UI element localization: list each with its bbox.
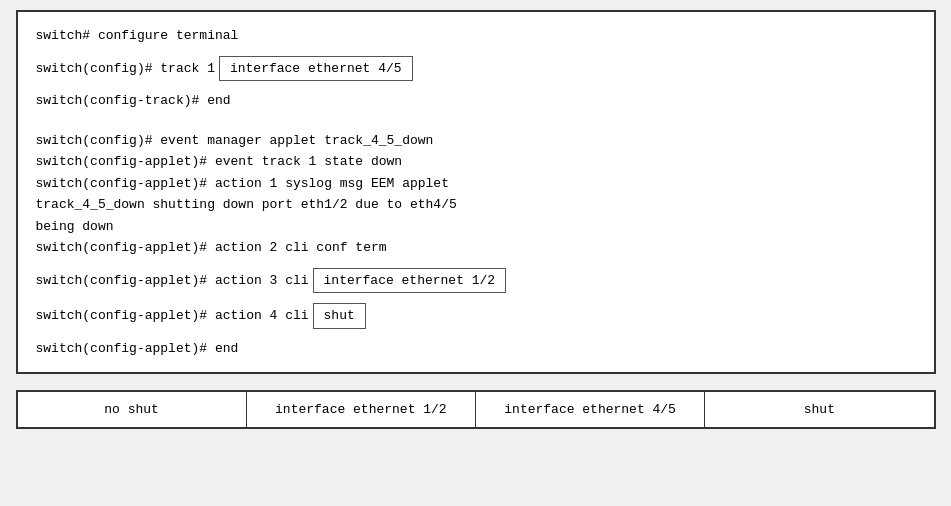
terminal-line-11: switch(config-applet)# action 4 cli shut [36, 303, 916, 329]
terminal-text: switch(config)# event manager applet tra… [36, 131, 434, 151]
terminal-text: switch(config-applet)# action 4 cli [36, 306, 309, 326]
terminal-line-5: switch(config-applet)# event track 1 sta… [36, 152, 916, 172]
btn-interface-ethernet-4-5[interactable]: interface ethernet 4/5 [476, 392, 705, 427]
terminal-text: switch# configure terminal [36, 26, 239, 46]
inline-box-ethernet-1-2[interactable]: interface ethernet 1/2 [313, 268, 507, 294]
terminal-panel: switch# configure terminal switch(config… [16, 10, 936, 374]
terminal-line-3: switch(config-track)# end [36, 91, 916, 111]
terminal-text: track_4_5_down shutting down port eth1/2… [36, 195, 457, 215]
terminal-line-9: switch(config-applet)# action 2 cli conf… [36, 238, 916, 258]
terminal-text: switch(config-applet)# end [36, 339, 239, 359]
terminal-line-8: being down [36, 217, 916, 237]
terminal-text: switch(config-applet)# action 3 cli [36, 271, 309, 291]
terminal-text: switch(config-applet)# action 1 syslog m… [36, 174, 449, 194]
terminal-line-10: switch(config-applet)# action 3 cli inte… [36, 268, 916, 294]
terminal-line-12: switch(config-applet)# end [36, 339, 916, 359]
btn-interface-ethernet-1-2[interactable]: interface ethernet 1/2 [247, 392, 476, 427]
terminal-text: switch(config-track)# end [36, 91, 231, 111]
terminal-text: switch(config-applet)# event track 1 sta… [36, 152, 403, 172]
terminal-line-1: switch# configure terminal [36, 26, 916, 46]
terminal-text: switch(config)# track 1 [36, 59, 215, 79]
btn-shut[interactable]: shut [705, 392, 933, 427]
terminal-line-6: switch(config-applet)# action 1 syslog m… [36, 174, 916, 194]
terminal-line-2: switch(config)# track 1 interface ethern… [36, 56, 916, 82]
terminal-line-7: track_4_5_down shutting down port eth1/2… [36, 195, 916, 215]
terminal-line-4: switch(config)# event manager applet tra… [36, 131, 916, 151]
btn-no-shut[interactable]: no shut [18, 392, 247, 427]
inline-box-shut[interactable]: shut [313, 303, 366, 329]
terminal-text: switch(config-applet)# action 2 cli conf… [36, 238, 387, 258]
terminal-text: being down [36, 217, 114, 237]
bottom-button-bar: no shut interface ethernet 1/2 interface… [16, 390, 936, 429]
inline-box-ethernet-4-5[interactable]: interface ethernet 4/5 [219, 56, 413, 82]
